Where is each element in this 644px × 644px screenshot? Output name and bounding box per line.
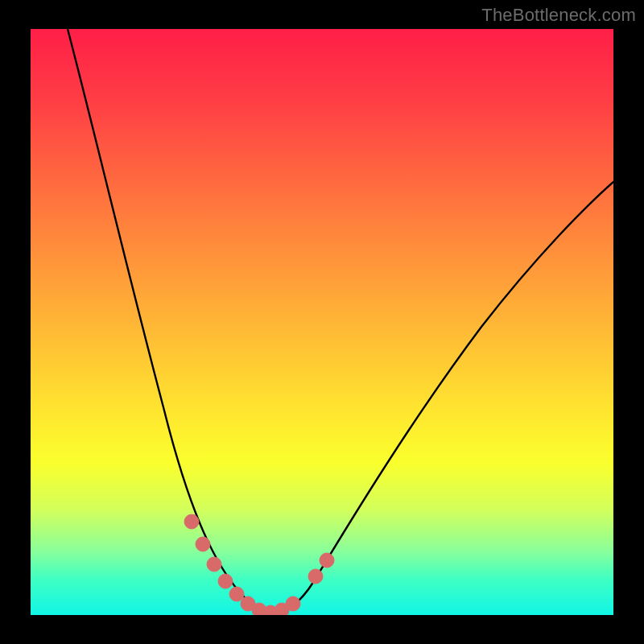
watermark-text: TheBottleneck.com [481,5,636,26]
marker-point [196,537,210,551]
marker-point [207,557,221,572]
plot-area [31,29,613,615]
marker-point [229,587,244,601]
marker-point [308,569,323,584]
marker-point [218,574,233,588]
bottleneck-curve [68,29,613,613]
curve-layer [31,29,613,615]
marker-point [286,597,300,611]
marker-group [184,514,334,615]
marker-point [320,553,334,568]
marker-point [184,514,199,529]
chart-frame: TheBottleneck.com [0,0,644,644]
